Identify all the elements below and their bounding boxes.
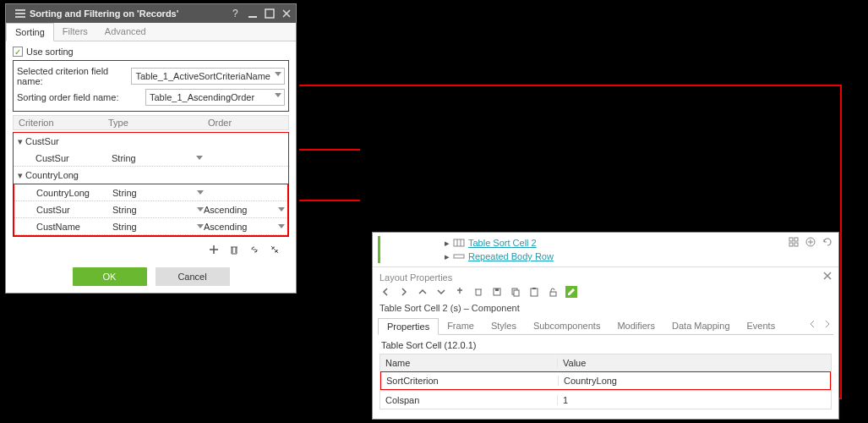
svg-rect-2: [15, 16, 25, 18]
add-icon[interactable]: [208, 244, 220, 255]
tab-filters[interactable]: Filters: [54, 23, 96, 41]
type-dropdown-icon[interactable]: [196, 156, 203, 160]
nav-forward-icon[interactable]: [398, 286, 410, 298]
unlink-icon[interactable]: [269, 244, 281, 255]
grid-icon[interactable]: [788, 236, 800, 248]
svg-rect-19: [531, 288, 538, 296]
use-sorting-row[interactable]: ✓ Use sorting: [13, 47, 289, 57]
cell-icon: [453, 237, 465, 249]
order-dropdown-icon[interactable]: [278, 207, 285, 212]
delete-icon[interactable]: [472, 286, 484, 298]
tab-sorting[interactable]: Sorting: [6, 23, 54, 41]
tab-frame[interactable]: Frame: [439, 318, 483, 334]
expand-icon[interactable]: ▸: [445, 238, 450, 249]
unlock-icon[interactable]: [547, 286, 559, 298]
criteria-row[interactable]: CustName String Ascending: [14, 218, 287, 235]
expand-icon[interactable]: ▸: [445, 251, 450, 262]
expand-icon[interactable]: ▾: [15, 170, 25, 181]
tab-subcomponents[interactable]: Subcomponents: [525, 318, 609, 334]
component-subtitle: Table Sort Cell 2 (s) – Component: [373, 301, 838, 315]
scroll-left-icon[interactable]: [806, 318, 818, 330]
property-row[interactable]: SortCriterion CountryLong: [380, 371, 831, 390]
nav-back-icon[interactable]: [379, 286, 391, 298]
row-icon: [453, 250, 465, 262]
app-icon: [14, 8, 26, 19]
criterion-field-label: Selected criterion field name:: [17, 66, 131, 86]
field-config-block: Selected criterion field name: Table_1_A…: [13, 60, 289, 112]
delete-icon[interactable]: [228, 244, 240, 255]
svg-text:?: ?: [232, 8, 238, 19]
group-row[interactable]: ▾ CountryLong: [14, 167, 288, 184]
criteria-row[interactable]: CountryLong String: [14, 184, 287, 201]
scroll-right-icon[interactable]: [822, 318, 833, 330]
tab-events[interactable]: Events: [739, 318, 784, 334]
order-field-combo[interactable]: Table_1_AscendingOrder: [145, 89, 285, 106]
tab-modifiers[interactable]: Modifiers: [609, 318, 663, 334]
type-dropdown-icon[interactable]: [197, 207, 204, 212]
svg-rect-10: [789, 238, 793, 241]
copy-icon[interactable]: [510, 286, 521, 298]
svg-rect-20: [532, 288, 536, 289]
criteria-row[interactable]: CustSur String Ascending: [14, 201, 287, 218]
maximize-icon[interactable]: [264, 8, 276, 19]
use-sorting-label: Use sorting: [26, 47, 74, 57]
tab-data-mapping[interactable]: Data Mapping: [663, 318, 739, 334]
type-dropdown-icon[interactable]: [197, 224, 204, 228]
svg-rect-13: [794, 243, 798, 246]
link-icon[interactable]: [248, 244, 260, 255]
criteria-groups: ▾ CustSur CustSur String ▾ CountryLong C…: [13, 132, 289, 237]
nav-up-icon[interactable]: [417, 286, 429, 298]
use-sorting-checkbox[interactable]: ✓: [13, 47, 23, 57]
breadcrumb-link[interactable]: Table Sort Cell 2: [468, 238, 537, 248]
svg-rect-16: [495, 288, 499, 291]
breadcrumb-link[interactable]: Repeated Body Row: [468, 251, 554, 261]
tab-properties[interactable]: Properties: [378, 318, 439, 335]
property-grid: Name Value SortCriterion CountryLong Col…: [379, 354, 832, 409]
svg-rect-9: [454, 255, 464, 258]
svg-rect-1: [15, 13, 25, 14]
pin-icon[interactable]: [454, 286, 466, 298]
layout-properties-panel: ▸ Table Sort Cell 2 ▸ Repeated Body Row …: [372, 232, 839, 420]
close-icon[interactable]: [822, 270, 833, 282]
edit-icon[interactable]: [565, 286, 577, 298]
property-section-title: Table Sort Cell (12.0.1): [373, 335, 838, 352]
svg-rect-12: [789, 243, 793, 246]
save-icon[interactable]: [491, 286, 503, 298]
type-dropdown-icon[interactable]: [197, 190, 204, 195]
help-icon[interactable]: ?: [230, 8, 242, 19]
sorting-dialog: Sorting and Filtering on 'Records' ? Sor…: [5, 3, 297, 294]
svg-rect-11: [794, 238, 798, 241]
criterion-field-combo[interactable]: Table_1_ActiveSortCriteriaName: [131, 68, 285, 85]
criteria-row[interactable]: CustSur String: [14, 150, 288, 167]
add-circle-icon[interactable]: [805, 236, 816, 248]
paste-icon[interactable]: [528, 286, 540, 298]
svg-rect-21: [550, 292, 556, 296]
expand-icon[interactable]: ▾: [15, 136, 25, 147]
toolbar: [373, 284, 838, 301]
tab-advanced[interactable]: Advanced: [96, 23, 155, 41]
panel-title: Layout Properties: [373, 267, 822, 284]
breadcrumb: ▸ Table Sort Cell 2 ▸ Repeated Body Row: [373, 233, 838, 267]
svg-rect-18: [514, 290, 519, 296]
dialog-tabs: Sorting Filters Advanced: [6, 23, 296, 41]
nav-down-icon[interactable]: [435, 286, 447, 298]
refresh-icon[interactable]: [822, 236, 833, 248]
dialog-title: Sorting and Filtering on 'Records': [30, 8, 225, 19]
group-row[interactable]: ▾ CustSur: [14, 133, 288, 150]
order-field-label: Sorting order field name:: [17, 92, 145, 102]
ok-button[interactable]: OK: [73, 267, 147, 286]
svg-rect-4: [248, 16, 257, 18]
property-row[interactable]: Colspan 1: [380, 390, 831, 409]
tab-styles[interactable]: Styles: [483, 318, 525, 334]
order-dropdown-icon[interactable]: [278, 224, 285, 228]
titlebar: Sorting and Filtering on 'Records' ?: [6, 4, 296, 23]
criteria-table-header: Criterion Type Order: [13, 115, 289, 130]
svg-rect-0: [15, 9, 25, 11]
property-tabs: Properties Frame Styles Subcomponents Mo…: [378, 318, 833, 335]
close-icon[interactable]: [281, 8, 292, 19]
cancel-button[interactable]: Cancel: [156, 267, 230, 286]
minimize-icon[interactable]: [247, 8, 259, 19]
svg-rect-5: [265, 9, 274, 18]
svg-rect-6: [454, 239, 464, 246]
